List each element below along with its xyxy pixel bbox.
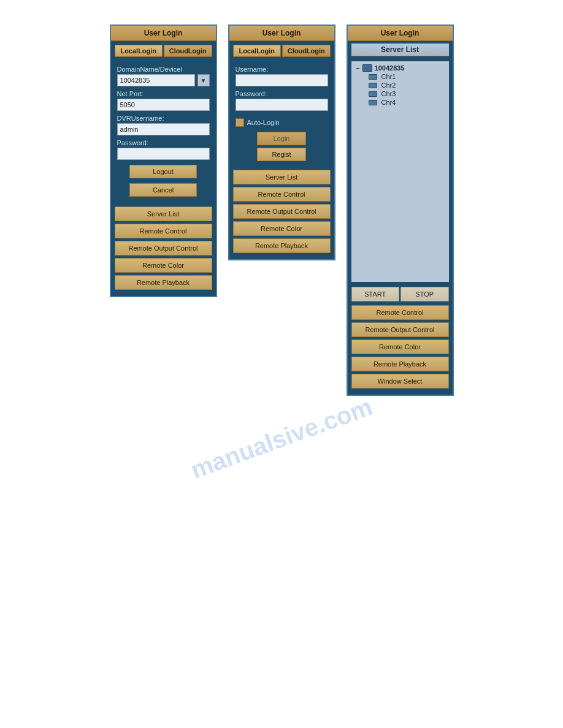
panel1-title: User Login [111, 26, 216, 41]
panel2-regist-button[interactable]: Regist [257, 148, 306, 161]
panel3-remote-playback-button[interactable]: Remote Playback [351, 357, 449, 371]
panel2-autologin-row: Auto-Login [236, 118, 328, 127]
panel3-remote-color-button[interactable]: Remote Color [351, 339, 449, 354]
panel1-remote-color-button[interactable]: Remote Color [115, 258, 212, 273]
panel1-tabs: LocalLogin CloudLogin [115, 45, 212, 57]
panel1-tab-cloud[interactable]: CloudLogin [164, 45, 212, 57]
channel-3-item[interactable]: Chr3 [356, 89, 444, 98]
panel1-dvrusername-input[interactable] [117, 123, 210, 135]
panel2-title: User Login [229, 26, 334, 41]
channel-1-item[interactable]: Chr1 [356, 72, 444, 81]
panel1-form: DomainName/DeviceI ▼ Net Port: DVRUserna… [111, 59, 216, 162]
collapse-icon[interactable]: – [356, 64, 360, 72]
panel1-cancel-button[interactable]: Cancel [129, 183, 197, 197]
stop-button[interactable]: STOP [400, 287, 449, 301]
panels-container: User Login LocalLogin CloudLogin DomainN… [110, 25, 454, 703]
panel1-dvrusername-label: DVRUsername: [117, 115, 210, 122]
channel-2-label: Chr2 [381, 82, 396, 89]
panel2-tabs: LocalLogin CloudLogin [233, 45, 331, 57]
panel3-title: User Login [348, 26, 453, 41]
panel2-autologin-checkbox[interactable] [236, 118, 244, 127]
channel-2-icon [369, 83, 377, 88]
panel1-domain-dropdown[interactable]: ▼ [197, 74, 210, 86]
server-monitor-icon [362, 64, 372, 72]
panel2-remote-color-button[interactable]: Remote Color [233, 221, 331, 236]
channel-3-label: Chr3 [381, 90, 396, 97]
panel2-remote-output-button[interactable]: Remote Output Control [233, 204, 331, 219]
panel2-server-list-button[interactable]: Server List [233, 170, 331, 184]
panel2-spacer [229, 162, 334, 169]
panel2-username-label: Username: [236, 66, 328, 73]
panel1-domain-row: ▼ [117, 74, 210, 86]
server-id-label: 10042835 [375, 64, 405, 72]
start-stop-row: START STOP [351, 287, 449, 301]
panel1-remote-control-button[interactable]: Remote Control [115, 224, 212, 238]
channel-4-icon [369, 100, 377, 105]
panel1-server-list-button[interactable]: Server List [115, 207, 212, 221]
panel2-username-input[interactable] [236, 74, 328, 86]
panel1-domain-label: DomainName/DeviceI [117, 66, 210, 73]
panel1-remote-playback-button[interactable]: Remote Playback [115, 275, 212, 290]
panel2-remote-playback-button[interactable]: Remote Playback [233, 238, 331, 253]
channel-4-label: Chr4 [381, 99, 396, 106]
server-root-item[interactable]: – 10042835 [356, 64, 444, 72]
channel-1-label: Chr1 [381, 73, 396, 80]
panel1-domain-input[interactable] [117, 74, 195, 86]
panel2-password-label: Password: [236, 90, 328, 97]
panel1-password-label: Password: [117, 139, 210, 146]
channel-4-item[interactable]: Chr4 [356, 98, 444, 107]
channel-1-icon [369, 74, 377, 80]
panel1-netport-input[interactable] [117, 99, 210, 111]
panel2-form: Username: Password: [229, 59, 334, 113]
panel3-window-select-button[interactable]: Window Select [351, 374, 449, 389]
panel2-tab-local[interactable]: LocalLogin [233, 45, 282, 57]
panel3-server-list-title: Server List [351, 44, 449, 56]
panel1-remote-output-button[interactable]: Remote Output Control [115, 241, 212, 256]
panel1-netport-label: Net Port: [117, 90, 210, 97]
panel2-remote-control-button[interactable]: Remote Control [233, 187, 331, 202]
panel1-logout-button[interactable]: Logout [129, 165, 197, 178]
panel2-autologin-label: Auto-Login [247, 119, 280, 126]
panel2-login-button[interactable]: Login [257, 132, 306, 145]
panel3-server-list-area: – 10042835 Chr1 Chr2 Chr3 Chr4 [351, 61, 449, 282]
panel2-tab-cloud[interactable]: CloudLogin [282, 45, 331, 57]
panel3-remote-output-button[interactable]: Remote Output Control [351, 322, 449, 337]
channel-2-item[interactable]: Chr2 [356, 81, 444, 89]
start-button[interactable]: START [351, 287, 400, 301]
panel2-password-input[interactable] [236, 99, 328, 111]
panel-1-local-login: User Login LocalLogin CloudLogin DomainN… [110, 25, 217, 297]
channel-3-icon [369, 91, 377, 97]
panel3-remote-control-button[interactable]: Remote Control [351, 305, 449, 320]
panel1-tab-local[interactable]: LocalLogin [115, 45, 163, 57]
panel-3-server-list: User Login Server List – 10042835 Chr1 C… [347, 25, 454, 396]
panel1-spacer [111, 199, 216, 205]
panel1-password-input[interactable] [117, 148, 210, 160]
panel-2-cloud-login: User Login LocalLogin CloudLogin Usernam… [228, 25, 335, 260]
